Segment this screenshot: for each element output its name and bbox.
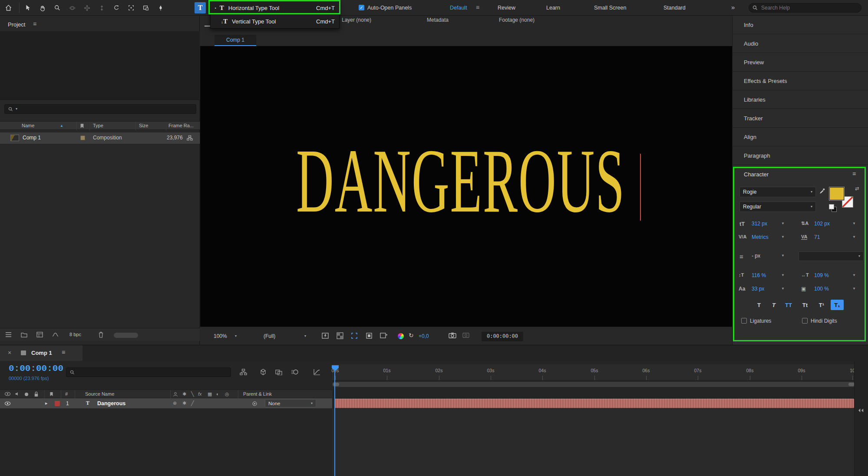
viewer-timecode-box[interactable]: 0:00:00:00 [482,332,523,341]
tsume-value[interactable]: 100 % [814,286,829,292]
fast-previews-icon[interactable] [322,332,329,339]
layer-expand-icon[interactable]: ▸ [45,400,48,406]
workspace-tab-default[interactable]: Default [450,5,467,11]
color-management-icon[interactable] [398,333,404,339]
menu-item-horizontal-type-tool[interactable]: ▪ T Horizontal Type Tool Cmd+T [211,1,339,15]
motion-blur-icon[interactable] [291,369,298,375]
zoom-tool-icon[interactable] [53,4,62,12]
project-item-name[interactable]: Comp 1 [23,135,41,141]
timeline-ruler[interactable]: 00s 01s 02s 03s 04s 05s 06s 07s 08s 09s … [332,364,855,381]
layer-row[interactable]: ▸ 1 T Dangerous ⊕ ✱ ╱ None ▾ [0,398,332,409]
project-panel-menu-icon[interactable]: ≡ [33,20,36,27]
solo-icon[interactable] [24,392,29,397]
label-column-icon[interactable] [80,123,84,129]
work-area-end-handle[interactable] [848,383,855,386]
project-search-box[interactable]: ▾ [4,104,196,114]
parent-link-select[interactable]: None ▾ [265,399,316,407]
timeline-timecode[interactable]: 0:00:00:00 [9,364,63,374]
tab-metadata[interactable]: Metadata [427,17,449,23]
list-view-icon[interactable] [5,332,12,337]
swap-fill-stroke-icon[interactable]: ⇄ [855,186,859,192]
frame-blend-switch-icon[interactable]: ▦ [208,391,212,397]
type-tool-icon[interactable]: T [195,2,206,13]
stroke-width-caret-icon[interactable]: ▼ [781,254,785,258]
tracking-value[interactable]: 71 [814,234,820,240]
horizontal-scale-caret-icon[interactable]: ▼ [852,274,856,277]
panel-audio[interactable]: Audio [733,34,868,53]
stroke-width-value[interactable]: - px [752,253,760,259]
faux-italic-button[interactable]: T [767,300,780,310]
playhead-line[interactable] [334,370,335,476]
workspace-menu-icon[interactable]: ≡ [476,4,479,11]
pickwhip-icon[interactable] [252,401,257,407]
timeline-search-box[interactable] [66,367,231,377]
workspace-tab-learn[interactable]: Learn [546,5,560,11]
project-panel-title[interactable]: Project [8,21,25,28]
timeline-comp-tab[interactable]: × Comp 1 ≡ [0,345,83,361]
column-type[interactable]: Type [93,123,103,128]
help-search-input[interactable] [760,4,858,11]
snapshot-camera-icon[interactable] [449,332,456,338]
column-name[interactable]: Name [22,123,34,128]
graph-editor-icon[interactable] [314,369,320,375]
panel-tracker[interactable]: Tracker [733,109,868,128]
selection-tool-icon[interactable] [23,4,32,12]
subscript-button[interactable]: T₁ [831,300,844,310]
adjust-icon[interactable] [52,332,59,337]
video-eye-icon[interactable] [4,391,11,397]
tsume-caret-icon[interactable]: ▼ [852,287,856,291]
workspace-tab-small-screen[interactable]: Small Screen [594,5,626,11]
motion-blur-switch-icon[interactable]: ◐ [216,391,219,397]
layer-visibility-eye-icon[interactable] [4,401,11,406]
guides-options-icon[interactable] [366,332,373,339]
view-layout-icon[interactable] [380,332,388,339]
project-search-input[interactable] [20,106,192,112]
baseline-shift-value[interactable]: 33 px [752,286,764,292]
bit-depth-button[interactable]: 8 bpc [69,332,81,337]
default-colors-white-swatch[interactable] [829,204,834,209]
work-area-bar[interactable] [332,382,855,387]
tab-footage[interactable]: Footage (none) [499,17,535,23]
vertical-scale-value[interactable]: 116 % [752,272,766,278]
panel-preview[interactable]: Preview [733,53,868,72]
eyedropper-icon[interactable] [819,188,825,194]
superscript-button[interactable]: T¹ [815,300,828,310]
resolution-caret-icon[interactable]: ▾ [304,334,306,338]
quality-switch-icon[interactable]: ╲ [191,391,194,397]
font-family-select[interactable]: Rogie ▾ [739,187,816,197]
baseline-shift-caret-icon[interactable]: ▼ [781,287,785,291]
panel-resize-pill[interactable] [114,333,138,338]
canvas-text[interactable]: DANGEROUS [296,136,625,227]
workspace-tab-review[interactable]: Review [498,5,515,11]
vertical-scale-caret-icon[interactable]: ▼ [781,274,785,277]
home-icon[interactable] [3,3,13,12]
collapse-switch-icon[interactable]: ✱ [182,391,186,397]
layer-duration-bar[interactable] [334,399,854,408]
fx-switch-icon[interactable]: fx [198,391,202,397]
layer-label-color-chip[interactable] [55,401,60,406]
composition-canvas[interactable]: DANGEROUS [200,46,732,327]
shape-tool-icon[interactable] [142,4,150,12]
lock-icon[interactable] [34,391,39,397]
label-column-icon[interactable] [50,392,53,397]
panel-info[interactable]: Info [733,16,868,34]
trash-icon[interactable] [98,331,104,338]
column-number[interactable]: # [65,391,68,397]
new-folder-icon[interactable] [21,332,27,337]
project-item-row[interactable]: Comp 1 Composition 23,976 [0,132,200,144]
layer-name[interactable]: Dangerous [97,400,125,407]
resolution-select[interactable]: (Full) [264,333,275,339]
all-caps-button[interactable]: TT [782,300,795,310]
region-of-interest-icon[interactable] [351,332,358,339]
column-frame-rate[interactable]: Frame Ra... [168,123,194,128]
leading-caret-icon[interactable]: ▼ [852,222,856,225]
close-tab-icon[interactable]: × [8,349,11,356]
faux-regular-button[interactable]: T [752,300,766,310]
column-source-name[interactable]: Source Name [85,391,114,397]
viewer-comp-tab[interactable]: Comp 1 [215,35,256,46]
stroke-style-select[interactable]: ▾ [799,251,864,261]
auto-open-panels-checkbox[interactable]: ✓ [359,5,364,10]
frame-blending-icon[interactable] [275,369,282,375]
font-size-value[interactable]: 312 px [752,221,767,227]
panel-libraries[interactable]: Libraries [733,90,868,109]
